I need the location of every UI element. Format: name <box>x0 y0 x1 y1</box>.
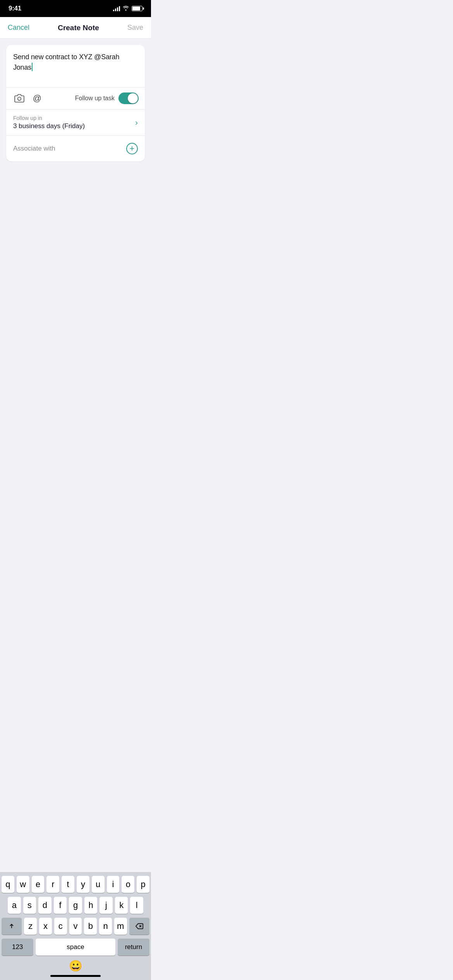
svg-point-0 <box>18 97 21 101</box>
follow-up-task-label: Follow up task <box>75 95 115 102</box>
associate-add-button[interactable]: + <box>126 143 138 154</box>
note-card: Send new contract to XYZ @Sarah Jonas @ … <box>6 45 145 161</box>
follow-up-in-label: Follow up in <box>13 115 85 121</box>
follow-up-toggle[interactable] <box>118 93 139 104</box>
page-title: Create Note <box>58 24 99 32</box>
note-text: Send new contract to XYZ @Sarah Jonas <box>13 52 138 73</box>
associate-row[interactable]: Associate with + <box>6 136 145 161</box>
status-time: 9:41 <box>9 5 21 12</box>
note-input-area[interactable]: Send new contract to XYZ @Sarah Jonas <box>6 45 145 87</box>
mention-button[interactable]: @ <box>30 91 44 105</box>
save-button[interactable]: Save <box>127 24 143 32</box>
battery-icon <box>132 6 142 11</box>
associate-label: Associate with <box>13 145 55 152</box>
note-toolbar: @ Follow up task <box>6 87 145 110</box>
chevron-right-icon: › <box>135 118 138 127</box>
text-cursor <box>32 63 33 71</box>
signal-bars-icon <box>113 6 120 11</box>
main-content: Send new contract to XYZ @Sarah Jonas @ … <box>0 39 151 168</box>
status-icons <box>113 5 142 12</box>
toggle-thumb <box>128 93 138 103</box>
camera-button[interactable] <box>12 91 26 105</box>
camera-icon <box>14 93 24 103</box>
status-bar: 9:41 <box>0 0 151 17</box>
nav-bar: Cancel Create Note Save <box>0 17 151 39</box>
follow-up-row[interactable]: Follow up in 3 business days (Friday) › <box>6 110 145 136</box>
wifi-icon <box>122 5 129 12</box>
cancel-button[interactable]: Cancel <box>8 24 29 32</box>
at-mention-icon: @ <box>33 94 41 103</box>
follow-up-days-value: 3 business days (Friday) <box>13 122 85 130</box>
